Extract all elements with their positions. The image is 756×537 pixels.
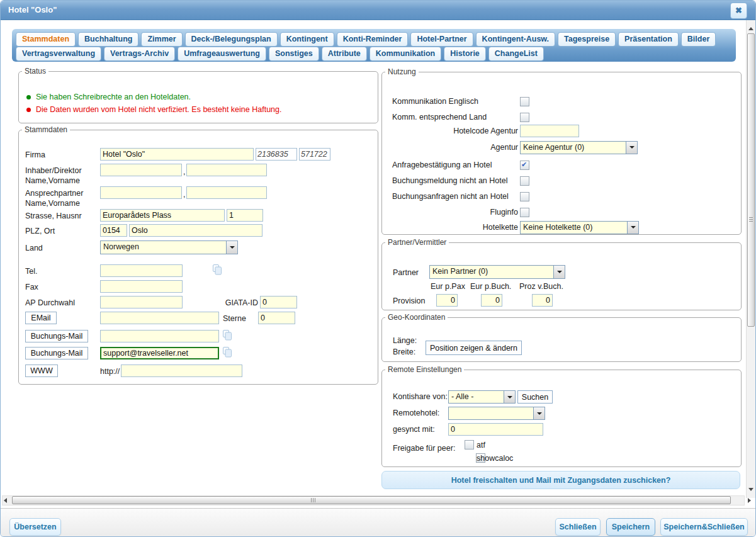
tab-sonstiges[interactable]: Sonstiges — [269, 47, 319, 61]
buchungsmail1-input[interactable] — [100, 330, 219, 342]
provision-col1-header: Eur p.Pax — [431, 281, 465, 291]
close-button[interactable]: ✖ — [730, 3, 747, 19]
tab-attribute[interactable]: Attribute — [322, 47, 367, 61]
buchungsmail2-button[interactable]: Buchungs-Mail — [25, 347, 88, 359]
hotel-id2-field[interactable] — [299, 148, 330, 161]
ap-durchwahl-input[interactable] — [100, 296, 183, 308]
firma-input[interactable] — [100, 148, 254, 161]
www-button[interactable]: WWW — [25, 365, 58, 377]
tab-tagespreise[interactable]: Tagespreise — [558, 32, 616, 47]
vertical-scrollbar-thumb[interactable] — [747, 33, 755, 327]
fax-input[interactable] — [100, 280, 183, 293]
email-button[interactable]: EMail — [25, 312, 57, 324]
tab-vertragsverwaltung[interactable]: Vertragsverwaltung — [16, 47, 101, 61]
red-bullet-icon — [26, 108, 31, 112]
partner-dropdown-button[interactable] — [553, 266, 565, 278]
kontishare-dropdown-button[interactable] — [504, 391, 515, 403]
anfrage-checkbox[interactable] — [520, 161, 529, 170]
plz-input[interactable] — [100, 224, 127, 237]
tab-konti-reminder[interactable]: Konti-Reminder — [337, 32, 409, 47]
suchen-button[interactable]: Suchen — [517, 390, 553, 404]
provision-proz-input[interactable] — [532, 294, 553, 307]
hotel-id-field[interactable] — [256, 148, 297, 161]
agentur-dropdown-button[interactable] — [626, 142, 637, 154]
buchungsanfragen-label: Buchungsanfragen nicht an Hotel — [392, 191, 518, 201]
provision-buch-input[interactable] — [481, 294, 502, 307]
email-input[interactable] — [100, 312, 219, 324]
hotelkette-select[interactable]: Keine Hotelkette (0) — [520, 221, 639, 234]
inhaber-vorname-input[interactable] — [186, 164, 267, 176]
tab-hotel-partner[interactable]: Hotel-Partner — [410, 32, 473, 47]
scroll-down-arrow-icon[interactable] — [748, 488, 753, 491]
tab-buchhaltung[interactable]: Buchhaltung — [78, 32, 138, 47]
copy-buchungsmail2-icon[interactable] — [222, 347, 232, 359]
nutzung-fieldset: Nutzung Kommunikation Englisch Komm. ent… — [381, 67, 742, 235]
scroll-left-arrow-icon[interactable] — [4, 498, 7, 503]
partner-select[interactable]: Kein Partner (0) — [429, 265, 565, 279]
firma-label: Firma — [25, 148, 100, 160]
scroll-right-arrow-icon[interactable] — [748, 498, 751, 503]
tab-kommunikation[interactable]: Kommunikation — [370, 47, 441, 61]
tab-stammdaten[interactable]: Stammdaten — [16, 32, 76, 47]
tab-zimmer[interactable]: Zimmer — [141, 32, 182, 47]
tab-kontingent-ausw[interactable]: Kontingent-Ausw. — [476, 32, 555, 47]
buchungsanfragen-checkbox[interactable] — [520, 192, 529, 201]
position-zeigen-button[interactable]: Position zeigen & ändern — [426, 341, 522, 355]
ansprechpartner-vorname-input[interactable] — [186, 186, 267, 199]
inhaber-label: Inhaber/Direktor Name,Vorname — [25, 164, 100, 186]
dialog-titlebar[interactable]: Hotel "Oslo" ✖ — [1, 1, 755, 20]
hotelkette-dropdown-button[interactable] — [627, 222, 638, 234]
speichern-button[interactable]: Speichern — [606, 518, 655, 536]
tab-kontingent[interactable]: Kontingent — [280, 32, 334, 47]
copy-buchungsmail1-icon[interactable] — [222, 330, 232, 342]
peer-atf-checkbox[interactable] — [465, 440, 474, 449]
land-select[interactable]: Norwegen — [100, 240, 238, 254]
fluginfo-checkbox[interactable] — [520, 208, 529, 217]
freigabe-label: Freigabe für peer: — [393, 443, 455, 453]
copy-tel-icon[interactable] — [212, 264, 222, 277]
tab-changelist[interactable]: ChangeList — [488, 47, 544, 61]
tab-umfrageauswertung[interactable]: Umfrageauswertung — [178, 47, 266, 61]
ansprechpartner-name-input[interactable] — [100, 186, 182, 199]
ort-input[interactable] — [129, 224, 262, 237]
tab-deck-belegungsplan[interactable]: Deck-/Belegungsplan — [185, 32, 278, 47]
buchungsmail1-button[interactable]: Buchungs-Mail — [25, 330, 88, 342]
remote-fieldset: Remote Einstellungen Kontishare von: - A… — [381, 365, 742, 467]
tab-historie[interactable]: Historie — [444, 47, 486, 61]
agentur-select[interactable]: Keine Agentur (0) — [520, 141, 638, 154]
tab-praesentation[interactable]: Präsentation — [618, 32, 679, 47]
status-legend: Status — [22, 67, 48, 76]
kontishare-select-value: - Alle - — [449, 391, 504, 403]
sterne-input[interactable] — [258, 312, 295, 324]
kontishare-select[interactable]: - Alle - — [448, 390, 516, 404]
land-dropdown-button[interactable] — [226, 241, 237, 254]
strasse-input[interactable] — [100, 209, 225, 222]
buchungsmail2-input[interactable] — [100, 347, 219, 359]
provision-col3-header: Proz v.Buch. — [519, 281, 563, 291]
speichern-schliessen-button[interactable]: Speichern&Schließen — [660, 518, 748, 536]
komm-englisch-checkbox[interactable] — [520, 97, 529, 106]
hotel-freischalten-button[interactable]: Hotel freischalten und Mail mit Zugangsd… — [381, 471, 740, 489]
inhaber-name-input[interactable] — [100, 164, 182, 176]
schliessen-button[interactable]: Schließen — [555, 518, 601, 536]
remotehotel-dropdown-button[interactable] — [533, 407, 544, 419]
komm-land-checkbox[interactable] — [520, 113, 529, 122]
hausnr-input[interactable] — [227, 209, 263, 222]
www-input[interactable] — [121, 365, 242, 377]
remotehotel-select[interactable] — [448, 407, 545, 420]
uebersetzen-button[interactable]: Übersetzen — [9, 518, 61, 536]
hotel-dialog: Hotel "Oslo" ✖ Stammdaten Buchhaltung Zi… — [0, 0, 756, 537]
buchungsmeldung-checkbox[interactable] — [520, 176, 529, 186]
gesynct-input[interactable] — [448, 423, 543, 436]
tel-input[interactable] — [100, 264, 183, 277]
tab-vertrags-archiv[interactable]: Vertrags-Archiv — [104, 47, 175, 61]
scroll-up-arrow-icon[interactable] — [748, 27, 753, 30]
giata-id-input[interactable] — [260, 296, 297, 308]
provision-pax-input[interactable] — [436, 294, 458, 307]
tab-bilder[interactable]: Bilder — [681, 32, 716, 47]
sterne-label: Sterne — [223, 312, 251, 324]
buchungsmeldung-label: Buchungsmeldung nicht an Hotel — [392, 176, 518, 186]
partner-legend: Partner/Vermittler — [385, 238, 449, 247]
horizontal-scrollbar-thumb[interactable] — [12, 496, 731, 504]
hotelcode-agentur-input[interactable] — [520, 125, 579, 137]
